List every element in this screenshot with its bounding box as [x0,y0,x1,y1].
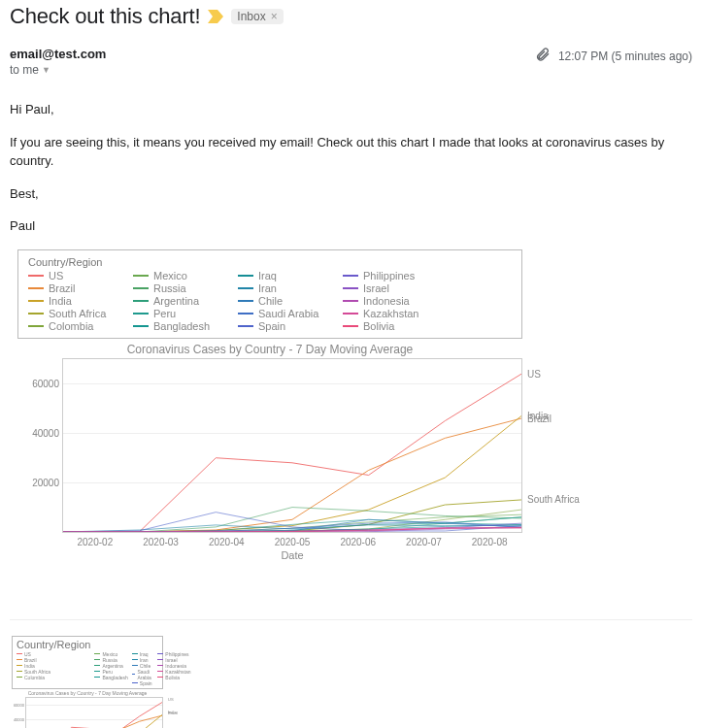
legend-item: Bangladesh [133,320,220,332]
legend-item: Bolivia [343,320,430,332]
remove-label-icon[interactable]: × [271,10,278,23]
legend-item: Saudi Arabia [238,308,325,319]
chart-plot-area: 200004000060000USBrazilIndiaSouth Africa [25,697,163,729]
chart-title: Coronavirus Cases by Country - 7 Day Mov… [12,690,163,696]
legend-item: Spain [238,320,325,332]
legend-item: India [28,295,116,307]
legend-item: Colombia [28,320,116,332]
divider [10,619,692,620]
legend-item: Indonesia [343,295,430,307]
recipient-text: to me [10,63,39,77]
legend-item: Kazakhstan [343,308,430,319]
legend-item: Bangladesh [94,675,127,680]
important-marker-icon[interactable] [208,10,223,23]
timestamp: 12:07 PM (5 minutes ago) [558,50,692,63]
legend-item: Russia [133,282,220,294]
legend-item: Iraq [238,270,325,281]
sender-address[interactable]: email@test.com [10,47,535,61]
recipient-dropdown[interactable]: to me ▼ [10,63,535,77]
chart-image: Country/RegionUSBrazilIndiaSouth AfricaC… [17,249,522,561]
chart-title: Coronavirus Cases by Country - 7 Day Mov… [17,343,522,356]
legend-item: Iran [238,282,325,294]
legend-item: Chile [238,295,325,307]
email-body: Hi Paul, If you are seeing this, it mean… [10,77,692,236]
chart-yaxis-label: Number of Cases [0,198,2,281]
legend-item: Mexico [133,270,220,281]
body-signoff: Best, [10,184,692,204]
legend-item: Argentina [133,295,220,307]
legend-item: Philippines [343,270,430,281]
email-subject: Check out this chart! [10,4,200,29]
legend-item: South Africa [28,308,116,319]
label-name: Inbox [237,10,265,23]
legend-item: Israel [343,282,430,294]
attachment-thumbnail[interactable]: Country/RegionUSBrazilIndiaSouth AfricaC… [10,634,165,729]
attachment-icon[interactable] [535,47,551,65]
label-inbox[interactable]: Inbox × [231,9,283,24]
legend-item: Spain [132,680,153,686]
legend-item: Saudi Arabia [132,669,153,680]
body-greeting: Hi Paul, [10,100,692,119]
legend-item: US [28,270,116,281]
body-paragraph: If you are seeing this, it means you rec… [10,133,692,171]
chevron-down-icon: ▼ [42,65,50,75]
legend-item: Colombia [17,675,90,680]
legend-item: Peru [133,308,220,319]
legend-item: Brazil [28,282,116,294]
legend-item: Bolivia [157,675,190,680]
chart-plot-area: 200004000060000USBrazilIndiaSouth Africa [62,358,522,533]
body-signature: Paul [10,216,692,236]
